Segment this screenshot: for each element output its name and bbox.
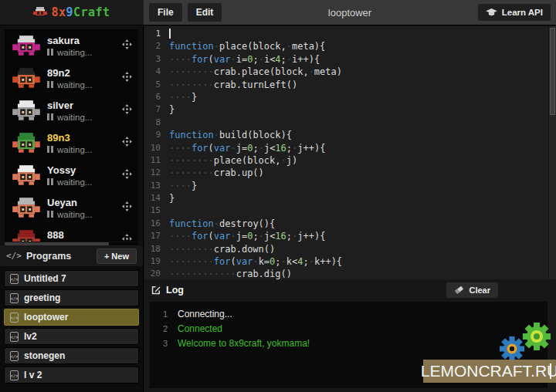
- player-avatar-icon: [11, 164, 42, 187]
- logo-part: 9: [66, 5, 73, 19]
- edit-menu-button[interactable]: Edit: [188, 3, 222, 22]
- program-item[interactable]: </> greeting: [4, 289, 139, 306]
- eraser-icon: [454, 286, 464, 294]
- program-item[interactable]: </> l v 2: [4, 367, 139, 384]
- code-text: ········for(var·k=0;·k<4;·k++){: [169, 255, 342, 268]
- program-item[interactable]: </> Untitled 7: [4, 270, 139, 287]
- locate-player-button[interactable]: [120, 135, 134, 150]
- code-text: ············crab.dig(): [169, 268, 292, 279]
- player-status: waiting...: [47, 210, 120, 219]
- code-line: 9function·build(block){: [144, 129, 556, 141]
- player-row[interactable]: sakura waiting...: [5, 29, 138, 62]
- player-row[interactable]: 89n2 waiting...: [5, 62, 138, 94]
- code-text: ····for(var·j=0;·j<16;·j++){: [169, 142, 325, 154]
- locate-player-button[interactable]: [120, 103, 134, 118]
- player-info: silver waiting...: [47, 100, 120, 122]
- line-number: 6: [144, 91, 169, 103]
- line-number: 10: [144, 142, 169, 154]
- player-row[interactable]: Yossy waiting...: [5, 159, 138, 191]
- file-menu-button[interactable]: File: [149, 3, 182, 22]
- locate-player-button[interactable]: [120, 200, 134, 215]
- line-number: 12: [144, 167, 169, 179]
- code-line: 20············crab.dig(): [144, 268, 556, 279]
- learn-api-button[interactable]: Learn API: [478, 4, 551, 21]
- log-line-number: 1: [150, 307, 178, 322]
- locate-player-button[interactable]: [120, 70, 134, 86]
- locate-player-button[interactable]: [120, 167, 134, 183]
- code-line: 8: [144, 117, 556, 129]
- code-line: 18········crab.down(): [144, 243, 556, 255]
- logo-part: 8x: [51, 5, 66, 19]
- header-bar: 8x9Craft File Edit looptower Learn API: [0, 0, 556, 25]
- code-text: function·place(block,·meta){: [169, 40, 325, 52]
- player-avatar-icon: [11, 132, 42, 154]
- player-name: Ueyan: [47, 197, 120, 209]
- pause-icon: [47, 113, 53, 120]
- pause-icon: [47, 146, 53, 153]
- code-line: 10····for(var·j=0;·j<16;·j++){: [144, 142, 556, 154]
- line-number: 7: [144, 103, 169, 116]
- code-editor[interactable]: 12function·place(block,·meta){3····for(v…: [144, 26, 556, 279]
- script-file-icon: </>: [10, 332, 19, 342]
- code-text: [169, 28, 171, 40]
- player-info: Ueyan waiting...: [47, 197, 120, 219]
- editor-scrollbar-thumb[interactable]: [550, 28, 555, 115]
- script-file-icon: </>: [10, 274, 19, 284]
- player-row[interactable]: 888 waiting...: [5, 224, 138, 242]
- learn-api-label: Learn API: [502, 8, 543, 17]
- programs-header: </> Programs + New: [0, 245, 143, 266]
- program-item[interactable]: </> looptower: [4, 309, 139, 326]
- program-item[interactable]: </> stonegen: [4, 347, 139, 364]
- script-file-icon: </>: [10, 370, 19, 380]
- program-label: lv2: [24, 331, 37, 342]
- script-file-icon: </>: [10, 313, 19, 323]
- code-text: function·build(block){: [169, 129, 292, 141]
- code-brackets-icon: </>: [6, 251, 22, 261]
- code-text: ········crab.down(): [169, 243, 275, 255]
- clear-log-label: Clear: [469, 286, 490, 295]
- text-cursor: [169, 29, 171, 39]
- new-program-button[interactable]: + New: [97, 248, 137, 264]
- sidebar: sakura waiting...: [0, 26, 144, 392]
- player-info: sakura waiting...: [47, 35, 120, 57]
- locate-player-button[interactable]: [120, 232, 134, 242]
- player-avatar-icon: [11, 197, 42, 219]
- code-line: 16function·destroy(){: [144, 218, 556, 230]
- code-text: ········crab.turnLeft(): [169, 79, 297, 91]
- code-line: 2function·place(block,·meta){: [144, 40, 556, 52]
- code-text: ····for(var·j=0;·j<16;·j++){: [169, 230, 325, 242]
- code-text: }: [169, 192, 175, 204]
- code-line: 7}: [144, 103, 556, 116]
- programs-panel: </> Programs + New </> Untitled 7 </> gr…: [0, 245, 143, 392]
- clear-log-button[interactable]: Clear: [446, 282, 498, 298]
- log-entry: 2Connected: [150, 322, 548, 336]
- player-row[interactable]: Ueyan waiting...: [5, 191, 138, 224]
- line-number: 20: [144, 268, 169, 279]
- locate-player-button[interactable]: [120, 38, 134, 53]
- program-item[interactable]: </> lv2: [4, 328, 139, 345]
- code-line: 3····for(var·i=0;·i<4;·i++){: [144, 53, 556, 66]
- move-arrows-icon: [122, 72, 132, 82]
- line-number: 14: [144, 192, 169, 204]
- program-list: </> Untitled 7 </> greeting </> looptowe…: [0, 266, 143, 392]
- player-name: sakura: [47, 35, 120, 47]
- player-info: 89n3 waiting...: [47, 132, 120, 154]
- log-title: Log: [166, 285, 184, 296]
- code-text: function·destroy(){: [169, 218, 275, 230]
- player-row[interactable]: silver waiting...: [5, 94, 138, 127]
- script-file-icon: </>: [10, 293, 19, 303]
- player-status-text: waiting...: [57, 80, 92, 90]
- watermark: LEMONCRAFT.RU: [423, 360, 556, 383]
- code-text: ····}: [169, 91, 197, 103]
- svg-text:</>: </>: [11, 373, 19, 377]
- player-row[interactable]: 89n3 waiting...: [5, 127, 138, 159]
- programs-title: Programs: [26, 251, 71, 262]
- log-message: Connected: [178, 322, 222, 336]
- player-list-scrollbar[interactable]: [5, 242, 138, 245]
- line-number: 5: [144, 79, 169, 91]
- player-status: waiting...: [47, 145, 120, 154]
- player-info: Yossy waiting...: [47, 164, 120, 187]
- program-label: Untitled 7: [24, 273, 66, 284]
- pause-icon: [47, 211, 53, 218]
- player-name: 89n2: [47, 67, 120, 79]
